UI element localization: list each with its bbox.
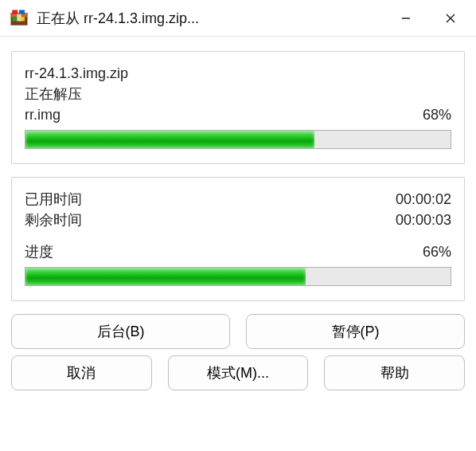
winrar-icon xyxy=(8,7,30,29)
file-progress-bar xyxy=(25,130,451,149)
archive-name: rr-24.1.3.img.zip xyxy=(25,63,451,84)
cancel-button[interactable]: 取消 xyxy=(11,355,152,390)
minimize-button[interactable] xyxy=(384,0,428,37)
total-progress-fill xyxy=(25,268,306,285)
button-row-2: 取消 模式(M)... 帮助 xyxy=(11,355,465,390)
elapsed-label: 已用时间 xyxy=(25,189,82,210)
window-title: 正在从 rr-24.1.3.img.zip... xyxy=(37,9,384,28)
pause-button[interactable]: 暂停(P) xyxy=(246,314,465,349)
mode-button[interactable]: 模式(M)... xyxy=(168,355,309,390)
total-progress-label: 进度 xyxy=(25,241,53,262)
file-panel: rr-24.1.3.img.zip 正在解压 rr.img 68% xyxy=(11,51,465,164)
dialog-content: rr-24.1.3.img.zip 正在解压 rr.img 68% 已用时间 0… xyxy=(0,37,476,451)
svg-rect-2 xyxy=(12,10,18,14)
background-button[interactable]: 后台(B) xyxy=(11,314,230,349)
remaining-label: 剩余时间 xyxy=(25,210,82,230)
svg-rect-3 xyxy=(19,10,25,14)
close-button[interactable] xyxy=(428,0,473,37)
total-progress-bar xyxy=(25,267,451,286)
title-bar: 正在从 rr-24.1.3.img.zip... xyxy=(0,0,476,37)
svg-rect-6 xyxy=(17,14,21,21)
file-progress-fill xyxy=(25,131,314,148)
button-row-1: 后台(B) 暂停(P) xyxy=(11,314,465,349)
remaining-value: 00:00:03 xyxy=(396,210,451,230)
svg-rect-4 xyxy=(12,17,18,21)
extraction-dialog: 正在从 rr-24.1.3.img.zip... rr-24.1.3.img.z… xyxy=(0,0,476,451)
action-label: 正在解压 xyxy=(25,84,451,104)
status-panel: 已用时间 00:00:02 剩余时间 00:00:03 进度 66% xyxy=(11,177,465,301)
elapsed-value: 00:00:02 xyxy=(396,189,451,210)
help-button[interactable]: 帮助 xyxy=(324,355,465,390)
total-progress-percent: 66% xyxy=(423,241,451,262)
file-percent: 68% xyxy=(423,104,451,125)
current-file: rr.img xyxy=(25,104,60,125)
